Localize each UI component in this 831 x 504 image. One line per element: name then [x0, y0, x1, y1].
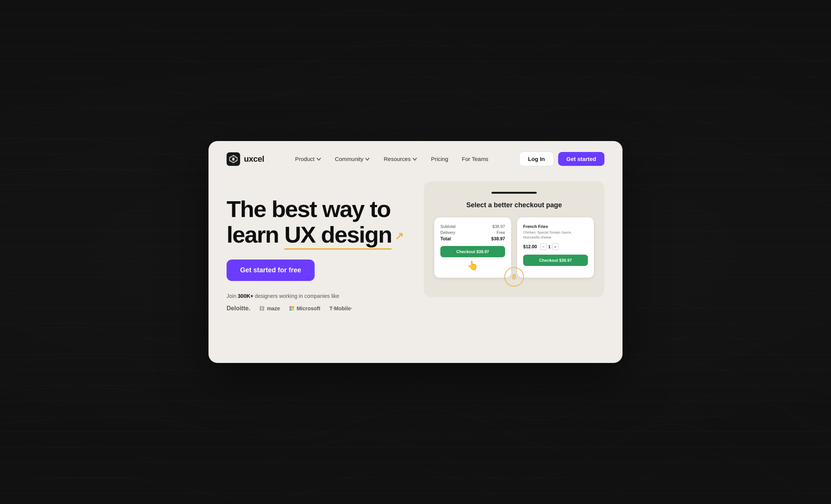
chevron-down-icon-3 — [412, 156, 417, 162]
progress-bar — [492, 192, 537, 194]
nav-label-product: Product — [295, 156, 315, 162]
qty-decrease-button[interactable]: − — [540, 243, 547, 250]
hero-title: The best way to learn UX design ↗ — [227, 196, 409, 247]
hero-highlight: UX design — [284, 222, 391, 247]
svg-point-1 — [232, 158, 234, 160]
social-proof-suffix: designers working in companies like — [253, 293, 339, 299]
svg-rect-4 — [289, 309, 292, 311]
subtotal-label: Subtotal — [440, 224, 455, 229]
food-title: French Fries — [523, 224, 588, 229]
svg-rect-3 — [292, 306, 294, 308]
qty-controls: − 1 + — [540, 243, 559, 250]
navbar: uxcel Product Community Resources Pricin… — [209, 141, 622, 174]
food-desc: Chicken, Special Tomato Sauce, Mozzarell… — [523, 230, 588, 240]
companies-row: Deloitte. maze Microso — [227, 305, 409, 312]
nav-label-pricing: Pricing — [431, 156, 448, 162]
nav-item-pricing[interactable]: Pricing — [426, 153, 454, 165]
maze-icon — [259, 306, 265, 311]
company-tmobile: T·Mobile· — [329, 305, 352, 311]
progress-bar-area — [434, 192, 594, 194]
hero-title-line1: The best way to — [227, 196, 390, 222]
logo-text: uxcel — [244, 154, 264, 164]
nav-label-resources: Resources — [384, 156, 411, 162]
hero-title-line2-highlight: UX design — [284, 222, 391, 247]
number-badge: 8 — [504, 267, 524, 287]
social-proof: Join 300K+ designers working in companie… — [227, 293, 409, 299]
nav-label-community: Community — [335, 156, 364, 162]
underline-decoration — [284, 248, 391, 250]
subtotal-value: $38.97 — [492, 224, 505, 229]
checkout-btn-2[interactable]: Checkout $38.97 — [523, 255, 588, 266]
login-button[interactable]: Log In — [519, 152, 554, 166]
nav-item-resources[interactable]: Resources — [378, 153, 423, 165]
nav-label-for-teams: For Teams — [462, 156, 489, 162]
food-price-row: $12.00 − 1 + — [523, 243, 588, 250]
checkout-card-2[interactable]: French Fries Chicken, Special Tomato Sau… — [517, 217, 594, 278]
food-price: $12.00 — [523, 244, 537, 249]
social-proof-count: 300K+ — [238, 293, 254, 299]
company-maze: maze — [259, 305, 280, 311]
svg-rect-2 — [289, 306, 292, 308]
cursor-icon: ↗ — [395, 231, 403, 242]
hero-left: The best way to learn UX design ↗ Get st… — [227, 181, 409, 312]
hero-title-line2-before: learn — [227, 222, 284, 247]
microsoft-icon — [289, 306, 294, 311]
checkout-delivery-row: Delivery Free — [440, 230, 505, 235]
total-value: $38.97 — [491, 236, 505, 241]
delivery-label: Delivery — [440, 230, 455, 235]
delivery-value: Free — [496, 230, 505, 235]
qty-increase-button[interactable]: + — [552, 243, 559, 250]
checkout-card-1[interactable]: Subtotal $38.97 Delivery Free Total $38.… — [434, 217, 511, 278]
nav-actions: Log In Get started — [519, 152, 604, 166]
checkout-subtotal-row: Subtotal $38.97 — [440, 224, 505, 229]
get-started-hero-button[interactable]: Get started for free — [227, 260, 315, 281]
card-title: Select a better checkout page — [434, 201, 594, 209]
chevron-down-icon — [316, 156, 321, 162]
logo-icon — [227, 152, 240, 166]
company-deloitte: Deloitte. — [227, 305, 250, 312]
qty-value: 1 — [548, 244, 551, 249]
logo[interactable]: uxcel — [227, 152, 264, 166]
nav-item-for-teams[interactable]: For Teams — [457, 153, 494, 165]
cursor-hand-icon: 👆 — [440, 260, 505, 271]
get-started-nav-button[interactable]: Get started — [558, 152, 604, 166]
social-proof-text: Join — [227, 293, 238, 299]
ux-demo-card: Select a better checkout page Subtotal $… — [424, 181, 604, 297]
nav-item-product[interactable]: Product — [290, 153, 327, 165]
hero-section: The best way to learn UX design ↗ Get st… — [209, 174, 622, 330]
main-card: uxcel Product Community Resources Pricin… — [209, 141, 622, 363]
company-microsoft: Microsoft — [289, 305, 320, 311]
nav-links: Product Community Resources Pricing For … — [290, 153, 494, 165]
svg-rect-5 — [292, 309, 294, 311]
checkout-total-row: Total $38.97 — [440, 236, 505, 241]
total-label: Total — [440, 236, 451, 241]
chevron-down-icon-2 — [365, 156, 370, 162]
checkout-btn-1[interactable]: Checkout $38.97 — [440, 246, 505, 257]
nav-item-community[interactable]: Community — [330, 153, 376, 165]
